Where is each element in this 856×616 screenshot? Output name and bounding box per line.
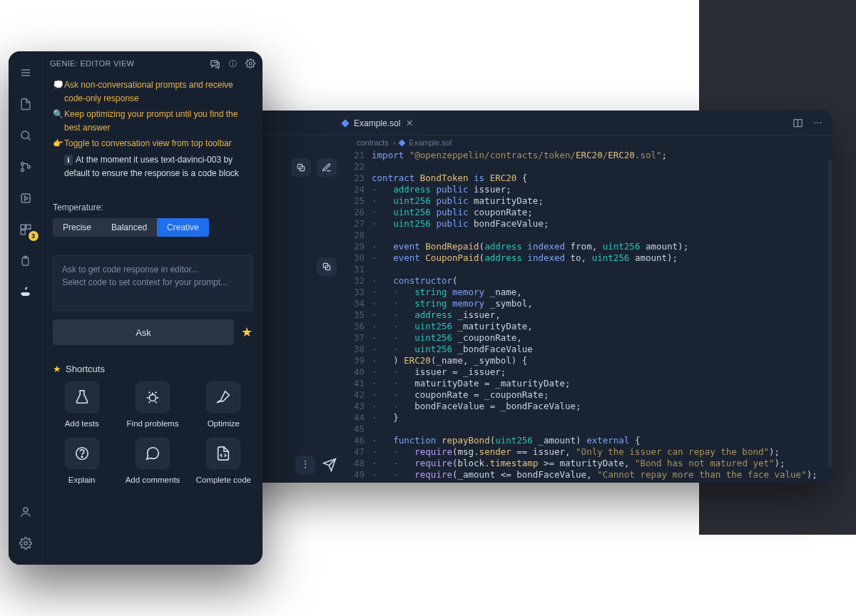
scrollbar[interactable] (828, 160, 832, 467)
svg-rect-19 (21, 225, 25, 229)
edit-icon[interactable] (317, 158, 337, 177)
svg-point-26 (249, 62, 252, 65)
tips-list: Ask non-conversational prompts and recei… (43, 76, 263, 190)
shortcut-item: Add comments (123, 438, 181, 486)
tip-item: Toggle to conversation view from top too… (53, 137, 253, 150)
star-icon[interactable]: ★ (241, 324, 253, 340)
copy-icon[interactable] (291, 158, 311, 177)
file-code-icon[interactable] (206, 438, 240, 469)
shortcut-label: Explain (68, 475, 96, 486)
prompt-textarea[interactable]: Ask to get code response in editor... Se… (53, 255, 253, 311)
breadcrumb-segment[interactable]: contracts (357, 138, 389, 147)
tip-item: Ask non-conversational prompts and recei… (53, 78, 253, 105)
temperature-option[interactable]: Creative (157, 218, 209, 237)
svg-point-16 (27, 165, 30, 168)
tip-item: ℹAt the moment it uses text-davinci-003 … (53, 153, 253, 180)
solidity-file-icon (399, 139, 406, 146)
info-icon[interactable]: ⓘ (229, 58, 237, 69)
svg-point-30 (81, 456, 82, 457)
account-icon[interactable] (9, 498, 43, 526)
shortcut-item: Add tests (53, 381, 111, 429)
line-number-gutter: 2122232425262728293031323334353637383940… (350, 150, 372, 483)
split-editor-icon[interactable] (793, 118, 803, 128)
comment-icon[interactable] (136, 438, 170, 469)
shortcut-item: Optimize (195, 381, 253, 429)
editor-toolbar-right: ··· (783, 116, 832, 129)
breadcrumb[interactable]: contracts › Example.sol (350, 135, 832, 150)
clipboard-icon[interactable] (9, 247, 43, 275)
temperature-segmented: PreciseBalancedCreative (53, 218, 209, 237)
activity-bar: 3 (9, 51, 43, 565)
prompt-placeholder: Select code to set context for your prom… (62, 276, 243, 289)
brush-icon[interactable] (206, 381, 240, 413)
more-icon[interactable]: ··· (813, 116, 822, 129)
close-icon[interactable]: × (406, 117, 412, 130)
explorer-icon[interactable] (9, 90, 43, 118)
genie-panel-body: GENIE: EDITOR VIEW ⓘ Ask non-conversatio… (43, 51, 263, 565)
solidity-file-icon (341, 119, 349, 127)
shortcut-item: Find problems (123, 381, 181, 429)
svg-marker-17 (24, 196, 28, 200)
settings-icon[interactable] (245, 58, 255, 69)
code-lines[interactable]: import "@openzeppelin/contracts/token/ER… (372, 150, 832, 483)
temperature-label: Temperature: (53, 202, 253, 212)
shortcut-label: Add tests (65, 419, 99, 429)
more-icon[interactable]: ⋮ (295, 456, 315, 474)
svg-rect-20 (26, 225, 30, 229)
send-icon[interactable] (322, 458, 337, 472)
settings-icon[interactable] (9, 529, 43, 558)
shortcut-label: Find problems (127, 419, 179, 429)
code-editor[interactable]: 2122232425262728293031323334353637383940… (350, 150, 832, 483)
tip-item: Keep optimizing your prompt until you fi… (53, 108, 253, 134)
shortcut-item: Complete code (195, 438, 253, 486)
extensions-icon[interactable]: 3 (9, 215, 43, 244)
bug-sparkle-icon[interactable] (136, 381, 170, 413)
file-tab-name: Example.sol (354, 118, 400, 128)
temperature-block: Temperature: PreciseBalancedCreative (43, 190, 263, 244)
chat-icon[interactable] (210, 58, 220, 69)
menu-icon[interactable] (9, 58, 43, 87)
question-icon[interactable] (65, 438, 99, 469)
shortcut-label: Optimize (208, 419, 240, 429)
search-icon[interactable] (9, 121, 43, 150)
editor-tabs: Example.sol × (335, 111, 420, 135)
shortcut-label: Add comments (126, 475, 180, 486)
svg-line-13 (28, 138, 30, 140)
genie-panel-window: 3 GENIE: EDITOR VIEW ⓘ (9, 51, 263, 565)
file-tab[interactable]: Example.sol × (335, 111, 420, 135)
svg-point-15 (21, 169, 24, 172)
svg-point-12 (21, 131, 29, 139)
temperature-option[interactable]: Balanced (101, 218, 157, 237)
copy-icon[interactable] (317, 257, 337, 276)
panel-title: GENIE: EDITOR VIEW (50, 59, 134, 68)
flask-icon[interactable] (65, 381, 99, 413)
extensions-badge: 3 (29, 231, 39, 241)
svg-rect-21 (21, 230, 25, 235)
shortcuts-header: ★Shortcuts (43, 345, 263, 381)
shortcut-item: Explain (53, 438, 111, 486)
ask-button[interactable]: Ask (53, 319, 234, 345)
panel-header: GENIE: EDITOR VIEW ⓘ (43, 51, 263, 76)
prompt-placeholder: Ask to get code response in editor... (62, 263, 243, 276)
breadcrumb-segment[interactable]: Example.sol (409, 138, 452, 147)
shortcuts-grid: Add testsFind problemsOptimizeExplainAdd… (43, 381, 263, 486)
debug-icon[interactable] (9, 184, 43, 212)
shortcut-label: Complete code (196, 475, 251, 486)
svg-point-24 (24, 508, 28, 512)
genie-lamp-icon[interactable] (9, 278, 43, 307)
temperature-option[interactable]: Precise (53, 218, 101, 237)
source-control-icon[interactable] (9, 153, 43, 181)
svg-point-25 (24, 542, 27, 545)
svg-point-28 (149, 394, 156, 401)
svg-point-14 (21, 163, 24, 165)
